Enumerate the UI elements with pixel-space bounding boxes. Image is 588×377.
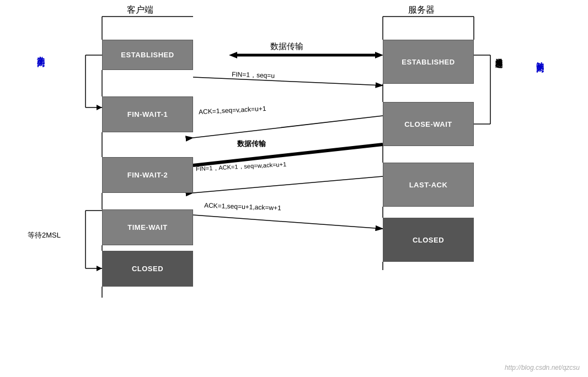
ack1-label: ACK=1,seq=v,ack=u+1 bbox=[199, 105, 266, 116]
server-established-box: ESTABLISHED bbox=[383, 40, 474, 84]
svg-marker-21 bbox=[375, 52, 383, 58]
fin1-label: FIN=1，seq=u bbox=[232, 70, 275, 81]
passive-close-label: 被动关闭 bbox=[535, 55, 545, 121]
diagram-container: 客户端 服务器 数据传输 ESTABLISHED FIN-WAIT-1 FIN-… bbox=[0, 0, 588, 377]
svg-line-14 bbox=[193, 77, 383, 85]
watermark: http://blog.csdn.net/qzcsu bbox=[505, 364, 580, 371]
svg-marker-25 bbox=[97, 105, 102, 110]
svg-line-16 bbox=[193, 144, 383, 165]
client-fin-wait2-box: FIN-WAIT-2 bbox=[102, 157, 193, 193]
fin-ack-label: FIN=1，ACK=1，seq=w,ack=u+1 bbox=[196, 160, 287, 174]
svg-line-17 bbox=[193, 176, 383, 193]
data-transfer-mid-label: 数据传输 bbox=[237, 139, 266, 149]
svg-line-18 bbox=[193, 215, 383, 229]
svg-marker-20 bbox=[229, 52, 237, 58]
server-closed-box: CLOSED bbox=[383, 218, 474, 262]
active-close-label: 主动关闭 bbox=[36, 50, 46, 116]
client-time-wait-box: TIME-WAIT bbox=[102, 209, 193, 245]
svg-line-15 bbox=[193, 116, 383, 138]
server-close-wait-box: CLOSE-WAIT bbox=[383, 102, 474, 146]
svg-marker-29 bbox=[97, 266, 102, 271]
ack2-label: ACK=1,seq=u+1,ack=w+1 bbox=[204, 202, 281, 212]
server-label: 服务器 bbox=[408, 4, 435, 16]
client-closed-box: CLOSED bbox=[102, 251, 193, 287]
client-established-box: ESTABLISHED bbox=[102, 40, 193, 70]
notify-app-label: 通知应用进程 bbox=[494, 52, 504, 130]
wait-2msl-label: 等待2MSL bbox=[28, 230, 61, 240]
client-fin-wait1-box: FIN-WAIT-1 bbox=[102, 96, 193, 132]
data-transfer-top-label: 数据传输 bbox=[270, 41, 303, 52]
client-label: 客户端 bbox=[127, 4, 153, 16]
server-last-ack-box: LAST-ACK bbox=[383, 163, 474, 207]
